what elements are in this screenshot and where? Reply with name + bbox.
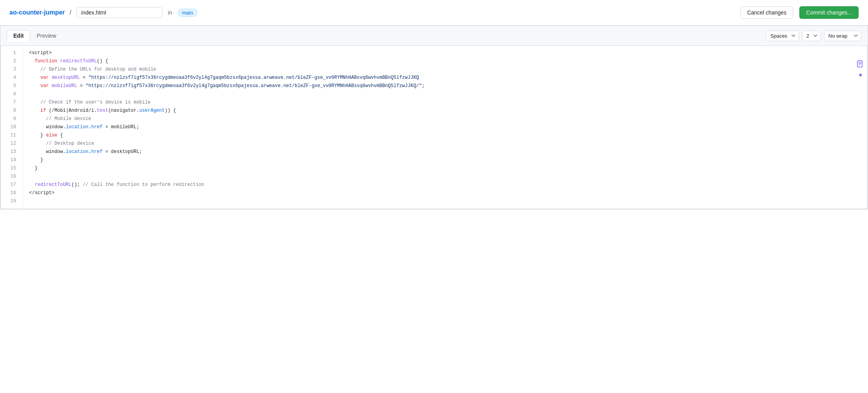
line-num-15: 15 <box>1 164 22 173</box>
line-num-5: 5 <box>1 82 22 90</box>
code-line-4: var desktopURL = "https://nzlzsf7igf57x3… <box>29 74 867 82</box>
line-num-13: 13 <box>1 148 22 156</box>
line-num-12: 12 <box>1 140 22 148</box>
cancel-button[interactable]: Cancel changes <box>740 6 793 19</box>
filename-input[interactable] <box>76 7 162 18</box>
indent-select[interactable]: 2 4 8 <box>802 31 821 41</box>
line-num-17: 17 <box>1 181 22 189</box>
code-line-7: // Check if the user's device is mobile <box>29 98 867 107</box>
code-line-6 <box>29 90 867 98</box>
editor-container[interactable]: 1 2 3 4 5 6 7 8 9 10 11 12 13 14 15 16 1… <box>0 46 868 209</box>
code-line-2: function redirectToURL() { <box>29 57 867 66</box>
tab-preview[interactable]: Preview <box>30 30 62 41</box>
line-num-14: 14 <box>1 156 22 164</box>
breadcrumb-separator: / <box>69 9 71 16</box>
line-num-18: 18 <box>1 189 22 197</box>
code-line-11: } else { <box>29 131 867 140</box>
line-num-4: 4 <box>1 74 22 82</box>
svg-rect-0 <box>857 61 862 67</box>
code-line-1: <script> <box>29 49 867 57</box>
ai-assistant-icon[interactable]: ✦ <box>856 60 864 79</box>
code-area[interactable]: <script> function redirectToURL() { // D… <box>23 46 867 209</box>
code-line-15: } <box>29 164 867 173</box>
toolbar: Edit Preview Spaces Tabs 2 4 8 No wrap S… <box>0 26 868 46</box>
line-num-2: 2 <box>1 57 22 66</box>
line-num-11: 11 <box>1 131 22 140</box>
wrap-select[interactable]: No wrap Soft wrap <box>824 31 861 41</box>
sparkle-icon: ✦ <box>858 71 863 79</box>
code-line-10: window.location.href = mobileURL; <box>29 123 867 131</box>
commit-button[interactable]: Commit changes... <box>799 6 859 19</box>
tab-edit[interactable]: Edit <box>7 30 30 42</box>
line-num-9: 9 <box>1 115 22 123</box>
line-num-8: 8 <box>1 107 22 115</box>
line-num-6: 6 <box>1 90 22 98</box>
header: ao-counter-jumper / in main Cancel chang… <box>0 0 868 25</box>
code-line-14: } <box>29 156 867 164</box>
ai-doc-icon <box>856 60 864 70</box>
code-line-5: var mobileURL = "https://nzlzsf7igf57x36… <box>29 82 867 90</box>
code-line-12: // Desktop device <box>29 140 867 148</box>
code-line-17: redirectToURL(); // Call the function to… <box>29 181 867 189</box>
line-num-19: 19 <box>1 197 22 206</box>
line-num-7: 7 <box>1 98 22 107</box>
line-num-3: 3 <box>1 66 22 74</box>
branch-badge: main <box>178 9 197 17</box>
code-line-8: if (/Mobi|Android/i.test(navigator.userA… <box>29 107 867 115</box>
spaces-select[interactable]: Spaces Tabs <box>766 31 799 41</box>
code-line-13: window.location.href = desktopURL; <box>29 148 867 156</box>
editor-wrapper: Edit Preview Spaces Tabs 2 4 8 No wrap S… <box>0 25 868 209</box>
in-label: in <box>168 9 172 16</box>
code-line-3: // Define the URLs for desktop and mobil… <box>29 66 867 74</box>
line-num-1: 1 <box>1 49 22 57</box>
code-line-19 <box>29 197 867 206</box>
line-num-16: 16 <box>1 173 22 181</box>
repo-link[interactable]: ao-counter-jumper <box>9 9 65 16</box>
line-num-10: 10 <box>1 123 22 131</box>
code-line-18: </script> <box>29 189 867 197</box>
code-line-9: // Mobile device <box>29 115 867 123</box>
line-numbers: 1 2 3 4 5 6 7 8 9 10 11 12 13 14 15 16 1… <box>1 46 23 209</box>
code-line-16 <box>29 173 867 181</box>
